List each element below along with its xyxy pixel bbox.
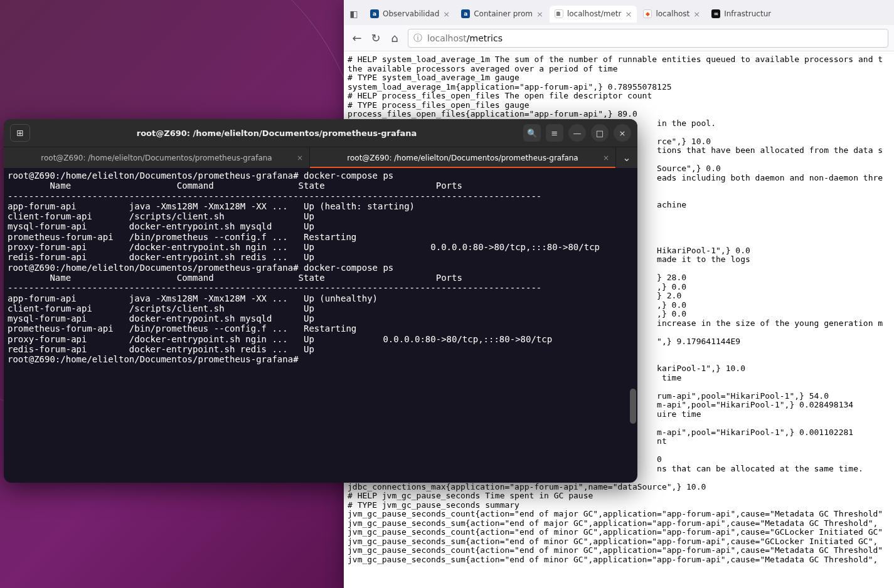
tab-label: Container prom xyxy=(474,9,533,18)
close-icon[interactable]: × xyxy=(693,9,700,19)
tab-label: localhost xyxy=(656,9,689,18)
search-button[interactable]: 🔍 xyxy=(523,124,541,142)
close-button[interactable]: × xyxy=(614,124,631,142)
terminal-tab-label: root@Z690: /home/elielton/Documentos/pro… xyxy=(41,154,272,162)
tab-localhost-metrics[interactable]: 🗎 localhost/metr × xyxy=(550,6,637,23)
tab-label: Infrastructur xyxy=(724,9,771,18)
tab-label: localhost/metr xyxy=(567,9,622,18)
terminal-output[interactable]: root@Z690:/home/elielton/Documentos/prom… xyxy=(4,168,637,483)
info-icon[interactable]: ⓘ xyxy=(413,33,422,44)
terminal-scrollbar[interactable] xyxy=(630,389,636,424)
terminal-actions: 🔍 ≡ — □ × xyxy=(523,124,631,142)
favicon-icon: ◆ xyxy=(643,9,652,18)
terminal-window: ⊞ root@Z690: /home/elielton/Documentos/p… xyxy=(4,119,637,483)
close-icon[interactable]: × xyxy=(443,9,450,19)
tabs-dropdown-button[interactable]: ⌄ xyxy=(616,147,637,168)
reload-button[interactable]: ↻ xyxy=(370,31,381,45)
terminal-tabs: root@Z690: /home/elielton/Documentos/pro… xyxy=(4,147,637,168)
favicon-icon: a xyxy=(461,9,470,18)
terminal-tab-1[interactable]: root@Z690: /home/elielton/Documentos/pro… xyxy=(4,147,310,168)
terminal-tab-2[interactable]: root@Z690: /home/elielton/Documentos/pro… xyxy=(310,147,616,168)
favicon-icon: ∞ xyxy=(711,9,720,18)
tab-container-prom[interactable]: a Container prom × xyxy=(456,6,548,23)
close-icon[interactable]: × xyxy=(536,9,543,19)
tab-infrastructure[interactable]: ∞ Infrastructur xyxy=(706,6,776,22)
sidebar-toggle-group: ◧ xyxy=(348,8,360,20)
tab-localhost[interactable]: ◆ localhost × xyxy=(638,6,705,23)
close-icon[interactable]: × xyxy=(603,154,609,162)
home-button[interactable]: ⌂ xyxy=(389,31,400,45)
terminal-tab-label: root@Z690: /home/elielton/Documentos/pro… xyxy=(347,154,578,162)
address-bar[interactable]: ⓘ localhost/metrics xyxy=(408,29,888,48)
tab-observabilidad[interactable]: a Observabilidad × xyxy=(365,6,455,23)
url-host: localhost xyxy=(427,33,467,43)
terminal-title: root@Z690: /home/elielton/Documentos/pro… xyxy=(30,129,523,138)
terminal-titlebar[interactable]: ⊞ root@Z690: /home/elielton/Documentos/p… xyxy=(4,119,637,147)
sidebar-icon[interactable]: ◧ xyxy=(348,8,360,20)
maximize-button[interactable]: □ xyxy=(591,124,609,142)
minimize-button[interactable]: — xyxy=(568,124,586,142)
close-icon[interactable]: × xyxy=(625,9,632,19)
browser-toolbar: ← ↻ ⌂ ⓘ localhost/metrics xyxy=(344,25,894,51)
browser-tabstrip: ◧ a Observabilidad × a Container prom × … xyxy=(344,0,894,25)
menu-button[interactable]: ≡ xyxy=(546,124,563,142)
url-path: /metrics xyxy=(467,33,503,43)
favicon-icon: 🗎 xyxy=(555,9,563,18)
new-tab-button[interactable]: ⊞ xyxy=(10,124,30,142)
close-icon[interactable]: × xyxy=(297,154,303,162)
tab-label: Observabilidad xyxy=(383,9,439,18)
favicon-icon: a xyxy=(370,9,379,18)
back-button[interactable]: ← xyxy=(351,31,363,45)
